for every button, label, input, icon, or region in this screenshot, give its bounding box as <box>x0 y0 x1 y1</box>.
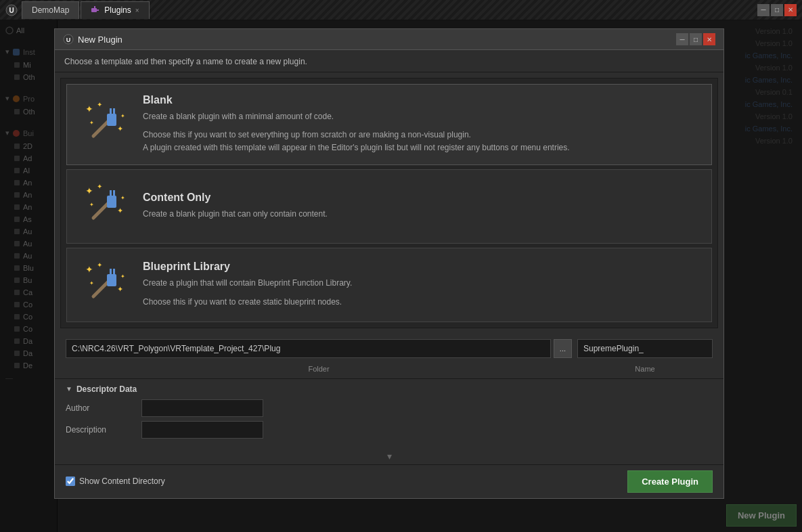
svg-text:✦: ✦ <box>117 285 123 293</box>
show-content-directory-label[interactable]: Show Content Directory <box>79 476 165 486</box>
template-content-only[interactable]: ✦ ✦ ✦ ✦ ✦ Content Only Create a blank pl… <box>66 169 712 244</box>
modal-close-btn[interactable]: ✕ <box>703 33 715 45</box>
tab-demomap[interactable]: DemoMap <box>22 1 79 19</box>
blank-template-name: Blank <box>143 94 700 106</box>
svg-rect-34 <box>107 114 116 126</box>
expand-down-icon: ▾ <box>387 451 392 462</box>
folder-input-wrap: ... <box>66 339 572 358</box>
name-label: Name <box>577 365 713 373</box>
svg-text:✦: ✦ <box>117 125 123 133</box>
svg-text:✦: ✦ <box>85 264 93 275</box>
svg-rect-4 <box>94 6 95 8</box>
folder-input[interactable] <box>66 339 551 358</box>
svg-rect-54 <box>113 269 115 274</box>
show-content-directory-wrap: Show Content Directory <box>66 476 165 486</box>
template-blueprint-library[interactable]: ✦ ✦ ✦ ✦ ✦ Blueprint Library Create a plu… <box>66 248 712 322</box>
svg-text:✦: ✦ <box>89 202 94 208</box>
ue-modal-logo: U <box>63 34 74 45</box>
description-row: Description <box>66 421 713 439</box>
expand-section[interactable]: ▾ <box>55 448 723 464</box>
svg-rect-43 <box>107 196 116 208</box>
author-input[interactable] <box>141 399 263 417</box>
svg-rect-35 <box>110 108 112 114</box>
descriptor-title: Descriptor Data <box>76 384 137 394</box>
folder-browse-button[interactable]: ... <box>554 339 572 358</box>
svg-text:✦: ✦ <box>89 120 94 126</box>
svg-text:U: U <box>66 37 71 43</box>
svg-rect-44 <box>110 190 112 196</box>
field-labels: Folder Name <box>55 363 723 378</box>
description-input[interactable] <box>141 421 263 439</box>
path-name-area: ... <box>55 334 723 363</box>
window-controls: ─ □ ✕ <box>757 4 797 16</box>
content-only-template-info: Content Only Create a blank plugin that … <box>143 192 700 221</box>
description-label: Description <box>66 425 133 435</box>
modal-title: New Plugin <box>78 35 122 45</box>
blueprint-template-name: Blueprint Library <box>143 261 700 273</box>
svg-text:✦: ✦ <box>97 101 102 108</box>
title-bar: U DemoMap Plugins × ─ □ ✕ <box>0 0 802 20</box>
svg-text:✦: ✦ <box>117 206 123 215</box>
blueprint-template-info: Blueprint Library Create a plugin that w… <box>143 261 700 308</box>
blank-template-info: Blank Create a blank plugin with a minim… <box>143 94 700 155</box>
minimize-button[interactable]: ─ <box>757 4 770 16</box>
svg-text:✦: ✦ <box>97 183 102 190</box>
svg-rect-53 <box>110 269 112 274</box>
blank-template-icon: ✦ ✦ ✦ ✦ ✦ <box>78 97 132 152</box>
modal-maximize-btn[interactable]: □ <box>690 33 702 45</box>
modal-titlebar: U New Plugin ─ □ ✕ <box>55 29 723 50</box>
blank-template-desc-short: Create a blank plugin with a minimal amo… <box>143 110 700 123</box>
svg-text:U: U <box>9 7 14 14</box>
show-content-directory-checkbox[interactable] <box>66 476 75 486</box>
templates-list: ✦ ✦ ✦ ✦ ✦ Blank Create a blank plugin wi… <box>60 78 718 328</box>
close-button[interactable]: ✕ <box>784 4 797 16</box>
svg-text:✦: ✦ <box>120 113 125 119</box>
svg-text:✦: ✦ <box>120 195 125 201</box>
modal-minimize-btn[interactable]: ─ <box>676 33 688 45</box>
descriptor-header[interactable]: ▼ Descriptor Data <box>66 384 713 394</box>
modal-bottom: Show Content Directory Create Plugin <box>55 464 723 498</box>
blank-template-desc-long: Choose this if you want to set everythin… <box>143 129 700 154</box>
svg-text:✦: ✦ <box>85 104 93 114</box>
author-row: Author <box>66 399 713 417</box>
template-blank[interactable]: ✦ ✦ ✦ ✦ ✦ Blank Create a blank plugin wi… <box>66 84 712 165</box>
create-plugin-button[interactable]: Create Plugin <box>627 470 713 493</box>
svg-rect-45 <box>113 190 115 196</box>
descriptor-arrow-icon: ▼ <box>66 385 72 393</box>
svg-text:✦: ✦ <box>97 261 102 269</box>
content-only-template-icon: ✦ ✦ ✦ ✦ ✦ <box>78 179 132 234</box>
svg-rect-2 <box>91 8 97 12</box>
tab-plugins[interactable]: Plugins × <box>81 1 149 19</box>
blueprint-template-icon: ✦ ✦ ✦ ✦ ✦ <box>78 258 132 312</box>
svg-text:✦: ✦ <box>89 280 94 286</box>
svg-rect-36 <box>113 108 115 114</box>
content-only-template-name: Content Only <box>143 192 700 204</box>
author-label: Author <box>66 403 133 413</box>
plugin-name-input[interactable] <box>577 339 713 358</box>
modal-subtitle: Choose a template and then specify a nam… <box>55 50 723 72</box>
descriptor-section: ▼ Descriptor Data Author Description <box>55 378 723 448</box>
tab-close-icon[interactable]: × <box>135 7 139 14</box>
blueprint-template-desc-short: Create a plugin that will contain Bluepr… <box>143 277 700 290</box>
ue-logo: U <box>5 4 18 16</box>
content-only-template-desc: Create a blank plugin that can only cont… <box>143 208 700 221</box>
svg-text:✦: ✦ <box>85 185 93 196</box>
new-plugin-modal: U New Plugin ─ □ ✕ Choose a template and… <box>54 28 724 499</box>
svg-text:✦: ✦ <box>120 273 125 280</box>
plugin-icon <box>91 5 100 15</box>
blueprint-template-desc-long: Choose this if you want to create static… <box>143 296 700 309</box>
svg-rect-3 <box>97 9 99 11</box>
svg-rect-52 <box>107 274 116 286</box>
maximize-button[interactable]: □ <box>771 4 783 16</box>
folder-label: Folder <box>66 365 572 373</box>
